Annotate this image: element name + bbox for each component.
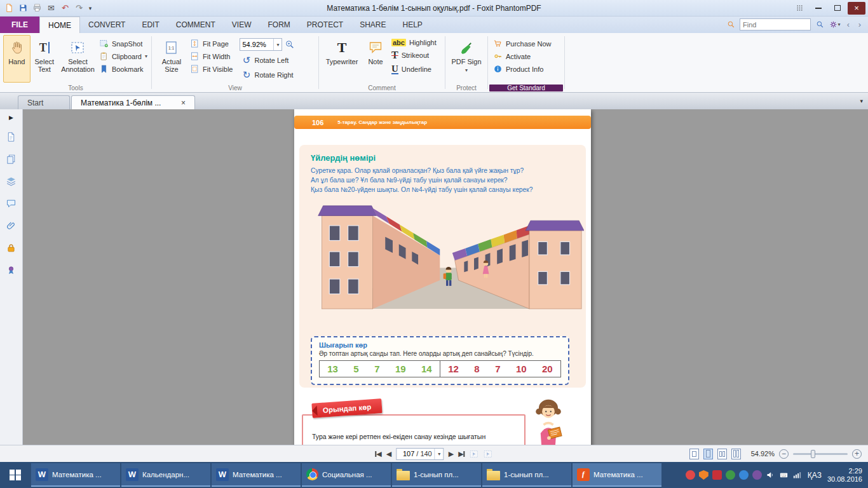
- rotate-right-button[interactable]: ↻Rotate Right: [240, 69, 295, 81]
- tab-form[interactable]: FORM: [259, 17, 298, 33]
- activate-button[interactable]: Activate: [491, 51, 553, 62]
- fit-visible-button[interactable]: Fit Visible: [188, 64, 234, 74]
- expand-panel-arrow-icon[interactable]: ▶: [9, 114, 13, 121]
- continuous-view-icon[interactable]: [703, 449, 713, 459]
- continuous-facing-view-icon[interactable]: [731, 449, 741, 459]
- taskbar-item-word-3[interactable]: W Математика ...: [212, 463, 301, 487]
- next-page-button[interactable]: ▶: [449, 450, 454, 458]
- comments-panel-button[interactable]: [5, 197, 18, 210]
- layers-panel-button[interactable]: [5, 175, 18, 187]
- previous-page-button[interactable]: ◀: [386, 450, 391, 458]
- page-number-input[interactable]: [399, 450, 414, 458]
- taskbar-clock[interactable]: 2:29 30.08.2016: [827, 467, 862, 484]
- taskbar-item-foxit[interactable]: ƒ Математика ...: [573, 463, 661, 487]
- highlight-button[interactable]: abcHighlight: [390, 38, 438, 47]
- document-canvas[interactable]: 106 5-тарау. Сандар және заңдылықтар Үйл…: [23, 109, 868, 445]
- ribbon-scroll-right-icon[interactable]: ›: [855, 20, 864, 29]
- security-panel-button[interactable]: [5, 241, 18, 254]
- tab-share[interactable]: SHARE: [351, 17, 394, 33]
- green-app-icon[interactable]: [726, 470, 735, 480]
- clipboard-button[interactable]: Clipboard▾: [97, 51, 149, 62]
- facing-view-icon[interactable]: [717, 449, 727, 459]
- zoom-slider-handle[interactable]: [811, 450, 815, 458]
- taskbar-item-chrome[interactable]: Социальная ...: [302, 463, 391, 487]
- tab-help[interactable]: HELP: [394, 17, 430, 33]
- close-tab-icon[interactable]: ×: [181, 98, 186, 107]
- antivirus-red-icon[interactable]: [686, 470, 695, 480]
- last-page-button[interactable]: ▶: [458, 450, 465, 458]
- hand-tool-button[interactable]: Hand: [3, 35, 31, 83]
- product-info-button[interactable]: Product Info: [491, 64, 553, 74]
- underline-button[interactable]: UUnderline: [390, 64, 438, 75]
- doc-tab-active[interactable]: Математика 1-бөлім ... ×: [71, 95, 195, 109]
- blue-app-icon[interactable]: [739, 470, 749, 480]
- shield-orange-icon[interactable]: [699, 470, 709, 480]
- actual-size-button[interactable]: Actual Size: [155, 35, 188, 83]
- taskbar-item-folder-2[interactable]: 1-сынып пл...: [482, 463, 571, 487]
- typewriter-button[interactable]: T Typewriter: [322, 35, 362, 83]
- purchase-now-button[interactable]: Purchase Now: [491, 38, 553, 49]
- select-annotation-button[interactable]: Select Annotation: [58, 35, 97, 83]
- maximize-button[interactable]: [829, 2, 846, 15]
- speaker-icon[interactable]: [766, 470, 775, 480]
- keyboard-icon[interactable]: [779, 470, 789, 480]
- zoom-in-button[interactable]: +: [852, 449, 862, 459]
- tab-list-chevron-icon[interactable]: ▾: [860, 98, 863, 104]
- rotate-left-button[interactable]: ↺Rotate Left: [240, 54, 295, 67]
- first-page-button[interactable]: ◀: [375, 450, 381, 458]
- bookmark-button[interactable]: Bookmark: [97, 64, 149, 74]
- page-number-combobox[interactable]: / 140 ▾: [396, 448, 444, 460]
- find-input[interactable]: [740, 18, 811, 30]
- previous-view-icon[interactable]: [470, 449, 479, 459]
- ribbon-scroll-left-icon[interactable]: ‹: [844, 20, 853, 29]
- strikeout-button[interactable]: TStrikeout: [390, 49, 438, 62]
- close-button[interactable]: ×: [848, 2, 865, 15]
- save-icon[interactable]: [17, 2, 29, 14]
- tab-file[interactable]: FILE: [0, 17, 39, 33]
- tab-edit[interactable]: EDIT: [133, 17, 167, 33]
- attachments-panel-button[interactable]: [5, 219, 18, 232]
- network-icon[interactable]: [792, 470, 802, 480]
- chevron-down-icon[interactable]: ▾: [435, 449, 444, 459]
- zoom-slider[interactable]: [793, 449, 848, 458]
- purple-app-icon[interactable]: [752, 470, 762, 480]
- new-document-icon[interactable]: [3, 2, 15, 14]
- chevron-down-icon[interactable]: ▾: [273, 39, 281, 50]
- zoom-in-icon[interactable]: [285, 39, 295, 50]
- red-app-icon[interactable]: [712, 470, 722, 480]
- taskbar-item-word-2[interactable]: W Кальендарн...: [121, 463, 210, 487]
- snapshot-button[interactable]: SnapShot: [97, 38, 149, 49]
- zoom-combobox[interactable]: ▾: [240, 38, 282, 51]
- print-icon[interactable]: [31, 2, 43, 14]
- pages-panel-button[interactable]: [5, 152, 18, 165]
- doc-tab-start[interactable]: Start: [18, 95, 70, 109]
- select-text-button[interactable]: T Select Text: [31, 35, 58, 83]
- taskbar-item-word-1[interactable]: W Математика ...: [31, 463, 120, 487]
- pdf-sign-button[interactable]: PDF Sign ▾: [449, 35, 484, 83]
- touch-mode-icon[interactable]: [790, 2, 808, 15]
- tab-convert[interactable]: CONVERT: [80, 17, 133, 33]
- fit-width-button[interactable]: Fit Width: [188, 51, 234, 62]
- gear-icon[interactable]: ▾: [829, 18, 841, 30]
- next-view-icon[interactable]: [484, 449, 493, 459]
- note-button[interactable]: Note: [362, 35, 390, 83]
- find-options-icon[interactable]: [724, 18, 737, 30]
- search-icon[interactable]: [813, 18, 826, 30]
- tab-view[interactable]: VIEW: [224, 17, 260, 33]
- language-indicator[interactable]: ҚАЗ: [808, 471, 822, 480]
- zoom-input[interactable]: [240, 41, 273, 48]
- zoom-out-button[interactable]: −: [779, 449, 789, 459]
- single-page-view-icon[interactable]: [689, 449, 699, 459]
- qat-customize-caret-icon[interactable]: ▾: [87, 2, 93, 14]
- tab-comment[interactable]: COMMENT: [168, 17, 224, 33]
- redo-icon[interactable]: ↷: [73, 2, 85, 14]
- undo-icon[interactable]: ↶: [59, 2, 71, 14]
- minimize-button[interactable]: [810, 2, 827, 15]
- tab-protect[interactable]: PROTECT: [299, 17, 351, 33]
- signatures-panel-button[interactable]: [5, 264, 18, 276]
- fit-page-button[interactable]: Fit Page: [188, 38, 234, 49]
- tab-home[interactable]: HOME: [39, 17, 80, 33]
- pdf-page[interactable]: 106 5-тарау. Сандар және заңдылықтар Үйл…: [294, 109, 591, 445]
- start-button[interactable]: [0, 462, 31, 488]
- taskbar-item-folder-1[interactable]: 1-сынып пл...: [392, 463, 481, 487]
